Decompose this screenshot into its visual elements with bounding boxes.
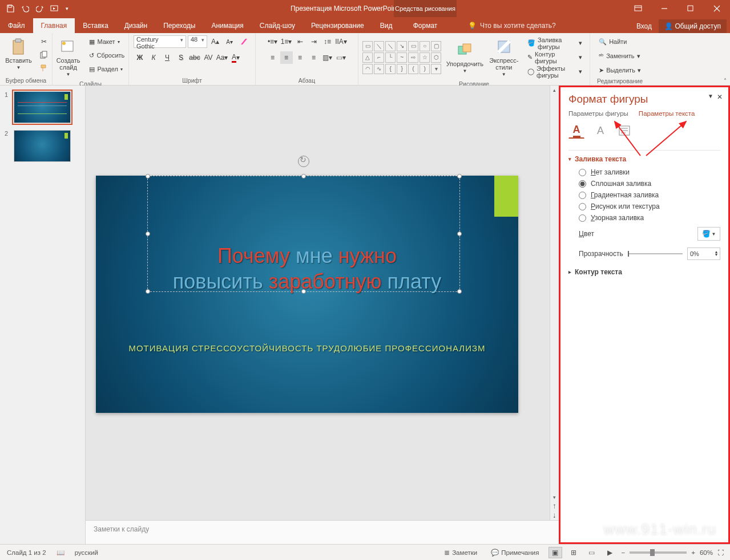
decrease-indent-icon[interactable]: ⇤ (294, 35, 306, 48)
tab-animation[interactable]: Анимация (203, 18, 251, 33)
zoom-out-icon[interactable]: − (622, 549, 626, 556)
qat-customize-icon[interactable]: ▾ (63, 2, 71, 15)
numbering-icon[interactable]: 1≡▾ (280, 35, 293, 48)
resize-handle[interactable] (457, 174, 462, 178)
align-left-icon[interactable]: ≡ (267, 51, 279, 64)
spellcheck-icon[interactable]: 📖 (57, 549, 64, 557)
undo-icon[interactable] (18, 2, 32, 15)
slide-subtitle[interactable]: МОТИВАЦИЯ СТРЕССОУСТОЙЧИВОСТЬ ТРУДОЛЮБИЕ… (96, 343, 518, 353)
resize-handle[interactable] (146, 232, 150, 236)
align-right-icon[interactable]: ≡ (294, 51, 306, 64)
tab-slideshow[interactable]: Слайд-шоу (252, 18, 303, 33)
shape-curve2-icon[interactable]: ∿ (374, 64, 384, 74)
increase-indent-icon[interactable]: ⇥ (308, 35, 320, 48)
text-fill-outline-tab-icon[interactable]: A (568, 123, 584, 139)
quick-styles-button[interactable]: Экспресс- стили▼ (489, 35, 520, 79)
color-picker-button[interactable]: 🪣▼ (697, 227, 720, 241)
resize-handle[interactable] (301, 174, 306, 178)
font-color-icon[interactable]: A▾ (229, 51, 242, 64)
tab-review[interactable]: Рецензирование (303, 18, 372, 33)
transparency-slider[interactable] (628, 253, 683, 254)
comments-toggle[interactable]: 💬 Примечания (486, 546, 543, 559)
fit-to-window-icon[interactable]: ⛶ (717, 549, 724, 556)
text-effects-tab-icon[interactable]: A (592, 123, 608, 139)
slide-thumbnail-1[interactable] (14, 91, 71, 123)
close-icon[interactable] (704, 0, 730, 17)
resize-handle[interactable] (457, 232, 462, 236)
reading-view-icon[interactable]: ▭ (585, 547, 599, 558)
slide-counter[interactable]: Слайд 1 из 2 (7, 549, 46, 556)
minimize-icon[interactable] (651, 0, 677, 17)
ribbon-display-options-icon[interactable] (625, 0, 651, 17)
notes-toggle[interactable]: ≣ Заметки (439, 546, 482, 559)
shrink-font-icon[interactable]: A▾ (223, 35, 236, 48)
next-slide-icon[interactable]: ⭣ (550, 511, 559, 520)
line-spacing-icon[interactable]: ↕≡ (321, 35, 334, 48)
tab-transitions[interactable]: Переходы (155, 18, 203, 33)
transparency-spinner[interactable]: 0%▴▾ (687, 247, 720, 260)
shape-paren-r-icon[interactable]: ) (420, 64, 430, 74)
maximize-icon[interactable] (677, 0, 704, 17)
slide-sorter-view-icon[interactable]: ⊞ (567, 547, 580, 558)
vertical-scrollbar[interactable]: ▴ ▾ ⭡ ⭣ (550, 86, 559, 520)
pane-tab-text-options[interactable]: Параметры текста (639, 110, 695, 117)
shape-arrowr-icon[interactable]: ⇨ (408, 52, 418, 63)
zoom-slider[interactable] (630, 551, 687, 554)
shape-tri-icon[interactable]: △ (362, 52, 373, 63)
strikethrough-icon[interactable]: abc (188, 51, 201, 64)
redo-icon[interactable] (33, 2, 47, 15)
prev-slide-icon[interactable]: ⭡ (550, 502, 559, 511)
clear-formatting-icon[interactable] (237, 35, 250, 48)
shape-outline-button[interactable]: ✎Контур фигуры ▾ (524, 51, 586, 64)
section-text-outline[interactable]: ▸Контур текста (568, 268, 720, 276)
font-name-combo[interactable]: Century Gothic (134, 35, 186, 48)
select-button[interactable]: ➤Выделить ▾ (595, 64, 644, 76)
radio-solid-fill[interactable]: Сплошная заливка (568, 178, 720, 189)
pane-close-icon[interactable]: ✕ (717, 93, 723, 101)
shadow-icon[interactable]: S (175, 51, 187, 64)
new-slide-button[interactable]: Создать слайд ▼ (53, 35, 84, 79)
collapse-ribbon-icon[interactable]: ˄ (724, 78, 727, 84)
scroll-up-icon[interactable]: ▴ (550, 86, 559, 95)
format-painter-icon[interactable] (38, 62, 50, 74)
notes-pane[interactable]: Заметки к слайду (86, 520, 559, 544)
paste-button[interactable]: Вставить ▼ (2, 35, 35, 72)
save-icon[interactable] (3, 2, 17, 15)
shape-hex-icon[interactable]: ⬡ (431, 52, 441, 63)
copy-icon[interactable] (38, 48, 50, 61)
shape-brace-l-icon[interactable]: { (385, 64, 396, 74)
justify-icon[interactable]: ≡ (308, 51, 320, 64)
radio-picture-fill[interactable]: Рисунок или текстура (568, 201, 720, 212)
zoom-in-icon[interactable]: + (691, 549, 695, 556)
shape-line-icon[interactable]: ＼ (374, 41, 384, 51)
shape-line2-icon[interactable]: ＼ (385, 41, 396, 51)
section-button[interactable]: ▤Раздел ▾ (86, 63, 128, 75)
normal-view-icon[interactable]: ▣ (548, 547, 562, 558)
align-center-icon[interactable]: ≡ (280, 51, 293, 64)
radio-pattern-fill[interactable]: Узорная заливка (568, 212, 720, 224)
shape-roundrect-icon[interactable]: ▢ (431, 41, 441, 51)
shape-rect2-icon[interactable]: ▭ (408, 41, 418, 51)
change-case-icon[interactable]: Aa▾ (216, 51, 228, 64)
shape-arc-icon[interactable]: ◠ (362, 64, 373, 74)
text-direction-icon[interactable]: IIA▾ (335, 35, 348, 48)
pane-options-icon[interactable]: ▼ (708, 93, 713, 101)
char-spacing-icon[interactable]: AV (202, 51, 215, 64)
bullets-icon[interactable]: •≡▾ (267, 35, 279, 48)
tab-home[interactable]: Главная (33, 18, 75, 33)
tab-insert[interactable]: Вставка (75, 18, 116, 33)
rotate-handle-icon[interactable] (298, 156, 309, 167)
start-from-beginning-icon[interactable] (48, 2, 62, 15)
tab-file[interactable]: Файл (0, 18, 33, 33)
zoom-level[interactable]: 60% (700, 549, 713, 556)
cut-icon[interactable]: ✂ (38, 35, 50, 48)
italic-icon[interactable]: К (147, 51, 160, 64)
slide[interactable]: Почему мне нужно повысить заработную пла… (96, 176, 518, 413)
tab-design[interactable]: Дизайн (116, 18, 155, 33)
shape-star-icon[interactable]: ☆ (420, 52, 430, 63)
radio-gradient-fill[interactable]: Градиентная заливка (568, 189, 720, 201)
pane-tab-shape-options[interactable]: Параметры фигуры (568, 110, 628, 117)
layout-button[interactable]: ▦Макет ▾ (86, 35, 128, 48)
tell-me-search[interactable]: 💡 Что вы хотите сделать? (468, 18, 556, 33)
grow-font-icon[interactable]: A▴ (209, 35, 221, 48)
